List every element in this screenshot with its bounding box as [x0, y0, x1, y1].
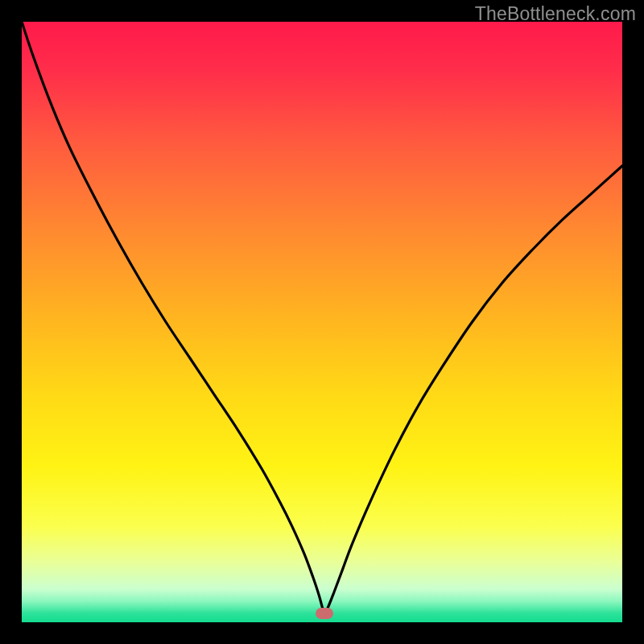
optimal-point-marker — [316, 608, 333, 619]
watermark-text: TheBottleneck.com — [475, 3, 636, 25]
plot-area — [22, 22, 622, 622]
bottleneck-curve — [22, 22, 622, 622]
chart-frame: TheBottleneck.com — [0, 0, 644, 644]
